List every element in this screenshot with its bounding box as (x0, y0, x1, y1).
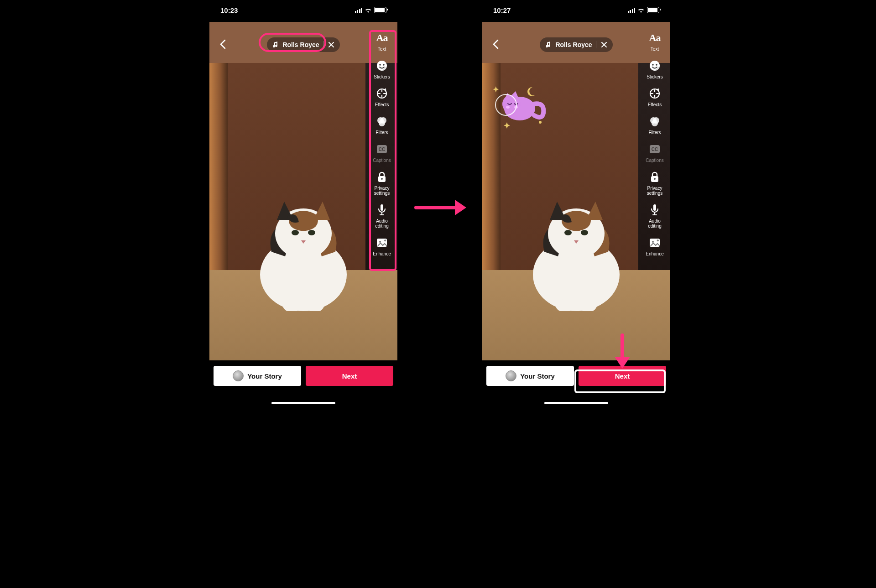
tool-label: Enhance (646, 251, 663, 256)
tool-label: Audio editing (642, 219, 667, 229)
tool-text[interactable]: AaText (648, 31, 662, 52)
tool-privacy[interactable]: Privacy settings (642, 170, 667, 196)
svg-point-41 (581, 230, 588, 235)
tool-captions[interactable]: CCCaptions (646, 142, 663, 163)
tool-label: Effects (648, 102, 662, 107)
svg-point-2 (383, 64, 385, 66)
your-story-label: Your Story (520, 372, 555, 380)
tool-label: Text (378, 47, 386, 52)
svg-rect-11 (381, 204, 383, 211)
tool-effects[interactable]: Effects (375, 87, 389, 107)
tool-effects[interactable]: Effects (648, 87, 662, 107)
home-indicator[interactable] (271, 402, 335, 404)
next-label: Next (615, 372, 630, 380)
tool-enhance[interactable]: Enhance (646, 236, 663, 256)
text-icon: Aa (648, 31, 662, 45)
svg-point-44 (539, 121, 542, 124)
status-bar: 10:23 (209, 0, 397, 20)
signal-icon (628, 8, 636, 13)
svg-point-19 (308, 230, 315, 235)
svg-point-1 (379, 64, 381, 66)
svg-point-10 (381, 178, 383, 180)
bottom-bar: Your Story Next (209, 360, 397, 407)
tutorial-stage: 10:23 Rolls Royce (134, 0, 742, 407)
svg-point-15 (379, 241, 381, 243)
svg-point-32 (654, 178, 656, 180)
svg-point-6 (379, 120, 385, 126)
remove-sound-button[interactable] (327, 41, 335, 49)
next-button[interactable]: Next (579, 366, 666, 386)
tool-label: Captions (373, 158, 391, 163)
tool-audio[interactable]: Audio editing (642, 203, 667, 229)
captions-icon: CC (375, 142, 389, 156)
cat-photo (517, 179, 636, 311)
tool-label: Captions (646, 158, 663, 163)
tool-label: Filters (648, 130, 661, 135)
tool-filters[interactable]: Filters (375, 114, 389, 135)
battery-icon (647, 7, 659, 13)
tool-text[interactable]: AaText (375, 31, 389, 52)
chevron-left-icon (219, 39, 226, 49)
close-icon (601, 42, 607, 47)
svg-text:CC: CC (652, 147, 658, 152)
tool-filters[interactable]: Filters (648, 114, 662, 135)
svg-text:CC: CC (379, 147, 385, 152)
filters-icon (375, 114, 389, 128)
enhance-icon (648, 236, 662, 250)
text-icon: Aa (375, 31, 389, 45)
divider (596, 41, 596, 48)
audio-icon (375, 203, 389, 217)
tool-enhance[interactable]: Enhance (373, 236, 391, 256)
tool-stickers[interactable]: Stickers (647, 59, 663, 79)
wifi-icon (637, 7, 645, 13)
tool-label: Enhance (373, 251, 391, 256)
tool-audio[interactable]: Audio editing (369, 203, 395, 229)
svg-point-24 (656, 64, 657, 66)
svg-point-28 (652, 120, 658, 126)
sound-pill[interactable]: Rolls Royce (540, 37, 612, 52)
next-label: Next (342, 372, 357, 380)
privacy-icon (375, 170, 389, 184)
tool-label: Privacy settings (369, 186, 395, 196)
tool-stickers[interactable]: Stickers (374, 59, 390, 79)
tool-privacy[interactable]: Privacy settings (369, 170, 395, 196)
your-story-button[interactable]: Your Story (486, 366, 574, 386)
tool-label: Stickers (374, 74, 390, 79)
tool-label: Filters (375, 130, 388, 135)
audio-icon (648, 203, 662, 217)
effects-icon (648, 87, 662, 100)
filters-icon (648, 114, 662, 128)
remove-sound-button[interactable] (600, 41, 608, 49)
phone-left-editor: 10:23 Rolls Royce (209, 0, 397, 407)
tool-label: Audio editing (369, 219, 395, 229)
sound-pill[interactable]: Rolls Royce (267, 37, 339, 52)
chevron-left-icon (492, 39, 499, 49)
next-button[interactable]: Next (306, 366, 393, 386)
status-icons (628, 7, 660, 13)
annotation-arrow-right-icon (414, 196, 469, 219)
battery-icon (374, 7, 386, 13)
privacy-icon (648, 170, 662, 184)
cat-photo (244, 179, 363, 311)
music-note-icon (546, 42, 552, 48)
tool-captions[interactable]: CCCaptions (373, 142, 391, 163)
editor-screen: Rolls Royce AaTextStickersEffectsFilters… (482, 22, 670, 366)
your-story-label: Your Story (247, 372, 282, 380)
home-indicator[interactable] (544, 402, 608, 404)
effects-icon (375, 87, 389, 100)
bottom-bar: Your Story Next (482, 360, 670, 407)
your-story-button[interactable]: Your Story (214, 366, 301, 386)
captions-icon: CC (648, 142, 662, 156)
sound-label: Rolls Royce (555, 41, 592, 48)
svg-point-18 (292, 230, 299, 235)
back-button[interactable] (216, 37, 229, 51)
status-bar: 10:27 (482, 0, 670, 20)
wifi-icon (365, 7, 372, 13)
status-time: 10:23 (220, 6, 238, 14)
right-toolbar: AaTextStickersEffectsFiltersCCCaptionsPr… (642, 31, 667, 256)
back-button[interactable] (489, 37, 502, 51)
sticker-selection-ring[interactable] (495, 94, 517, 116)
enhance-icon (375, 236, 389, 250)
stickers-icon (375, 59, 389, 73)
avatar-icon (506, 370, 516, 381)
